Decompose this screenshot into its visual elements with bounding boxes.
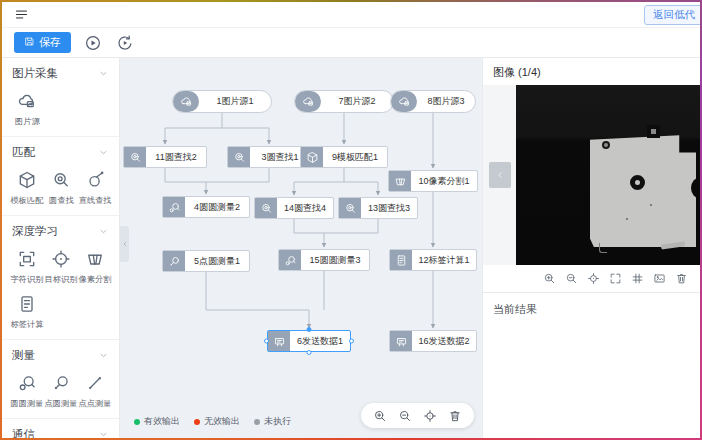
canvas-locate-button[interactable] <box>423 409 437 423</box>
flow-node[interactable]: 7图片源2 <box>294 90 394 113</box>
legend-label: 无效输出 <box>204 415 240 428</box>
flow-edges <box>120 58 482 437</box>
sidebar-item[interactable]: 目标识别 <box>44 249 78 286</box>
top-header: 返回低代 <box>2 2 700 28</box>
sidebar-item[interactable]: 像素分割 <box>78 249 112 286</box>
node-port-handle[interactable] <box>307 350 312 355</box>
node-label: 4圆圆测量2 <box>185 197 249 217</box>
cloud-image-icon <box>173 91 199 112</box>
image-grid-button[interactable] <box>631 272 644 285</box>
target-icon <box>51 249 71 269</box>
canvas-zoom-toolbar <box>361 403 474 428</box>
sidebar-section-items: 模板匹配圆查找直线查找 <box>2 164 119 209</box>
prev-image-button[interactable] <box>489 162 511 188</box>
sidebar-section: 深度学习字符识别目标识别像素分割标签计算 <box>2 216 119 340</box>
sidebar-section: 图片采集图片源 <box>2 58 119 137</box>
sidebar-item-label: 字符识别 <box>10 274 43 286</box>
sidebar-item[interactable]: 圆圆测量 <box>10 373 44 410</box>
image-zoom-in-button[interactable] <box>543 272 556 285</box>
circle-find-icon <box>255 198 277 218</box>
legend-item-valid: 有效输出 <box>134 415 180 428</box>
image-zoom-out-button[interactable] <box>565 272 578 285</box>
flow-canvas[interactable]: 有效输出无效输出未执行 1图片源17图片源28图片源311圆查找23圆查找19模… <box>120 58 482 438</box>
sidebar-section-items: 图片源 <box>2 85 119 130</box>
node-port-handle[interactable] <box>307 327 312 332</box>
current-result-header: 当前结果 <box>483 293 700 326</box>
sidebar-section-header[interactable]: 匹配 <box>2 137 119 164</box>
status-legend: 有效输出无效输出未执行 <box>134 415 291 428</box>
flow-node[interactable]: 3圆查找1 <box>227 146 311 168</box>
flow-node[interactable]: 16发送数据2 <box>389 330 477 352</box>
circle-find-icon <box>228 147 250 167</box>
canvas-trash-button[interactable] <box>448 409 462 423</box>
sidebar-item-label: 像素分割 <box>78 274 111 286</box>
right-panel: 图像 (1/4) <box>482 58 700 438</box>
flow-node[interactable]: 6发送数据1 <box>267 330 351 352</box>
menu-hamburger-icon[interactable] <box>14 7 29 22</box>
node-label: 11圆查找2 <box>146 147 206 167</box>
main-toolbar: 保存 <box>2 28 700 58</box>
sidebar-section-header[interactable]: 通信 <box>2 419 119 438</box>
sidebar-section-header[interactable]: 测量 <box>2 340 119 367</box>
image-trash-button[interactable] <box>675 272 688 285</box>
sidebar-item[interactable]: 模板匹配 <box>10 170 44 207</box>
canvas-zoom-in-button[interactable] <box>373 409 387 423</box>
return-lowcode-button[interactable]: 返回低代 <box>644 5 700 25</box>
image-fit-image-button[interactable] <box>653 272 666 285</box>
legend-item-invalid: 无效输出 <box>194 415 240 428</box>
sidebar-section-label: 通信 <box>12 427 35 438</box>
measure-pc-icon <box>51 373 71 393</box>
preview-hook <box>599 243 607 253</box>
run-loop-button[interactable] <box>115 33 135 53</box>
flow-node[interactable]: 9模板匹配1 <box>300 146 388 168</box>
cube-icon <box>301 147 323 167</box>
sidebar-item[interactable]: 点点测量 <box>78 373 112 410</box>
sidebar-item[interactable]: 标签计算 <box>10 294 44 331</box>
app-frame: 返回低代 保存 图片采集图片源匹配模板匹配圆查找直线查找深度学习字符识别目标识别… <box>0 0 702 440</box>
flow-node[interactable]: 12标签计算1 <box>389 249 477 271</box>
sidebar-section: 匹配模板匹配圆查找直线查找 <box>2 137 119 216</box>
flow-node[interactable]: 1图片源1 <box>172 90 272 113</box>
circle-find-icon <box>339 198 361 218</box>
sidebar-item-label: 圆圆测量 <box>10 398 43 410</box>
image-locate-button[interactable] <box>587 272 600 285</box>
sidebar-item[interactable]: 字符识别 <box>10 249 44 286</box>
run-button[interactable] <box>83 33 103 53</box>
flow-node[interactable]: 8图片源3 <box>390 90 476 113</box>
flow-node[interactable]: 15圆圆测量3 <box>278 249 370 271</box>
sidebar-item[interactable]: 点圆测量 <box>44 373 78 410</box>
sidebar-collapse-handle[interactable] <box>120 226 129 262</box>
preview-image <box>516 85 700 265</box>
sidebar-item[interactable]: 圆查找 <box>44 170 78 207</box>
node-port-handle[interactable] <box>264 339 269 344</box>
image-nav-strip <box>483 85 516 265</box>
chevron-down-icon <box>98 350 109 361</box>
sidebar-section-label: 匹配 <box>12 145 35 160</box>
image-fullscreen-button[interactable] <box>609 272 622 285</box>
node-label: 15圆圆测量3 <box>301 250 369 270</box>
flow-node[interactable]: 13圆查找3 <box>338 197 418 219</box>
sidebar-item[interactable]: 图片源 <box>10 91 44 128</box>
sidebar-section-header[interactable]: 深度学习 <box>2 216 119 243</box>
save-button[interactable]: 保存 <box>14 32 71 53</box>
node-label: 8图片源3 <box>417 91 475 112</box>
node-port-handle[interactable] <box>349 339 354 344</box>
sidebar-item[interactable]: 直线查找 <box>78 170 112 207</box>
doc-calc-icon <box>17 294 37 314</box>
flow-node[interactable]: 11圆查找2 <box>123 146 207 168</box>
cloud-image-icon <box>17 91 37 111</box>
flow-node[interactable]: 14圆查找4 <box>254 197 334 219</box>
flow-node[interactable]: 4圆圆测量2 <box>162 196 250 218</box>
sidebar-section-items: 字符识别目标识别像素分割标签计算 <box>2 243 119 333</box>
sidebar-item-label: 直线查找 <box>78 195 111 207</box>
flow-node[interactable]: 10像素分割1 <box>388 170 478 192</box>
sidebar-section-header[interactable]: 图片采集 <box>2 58 119 85</box>
sidebar-section-label: 图片采集 <box>12 66 58 81</box>
flow-node[interactable]: 5点圆测量1 <box>162 250 250 272</box>
chevron-down-icon <box>98 68 109 79</box>
ocr-icon <box>17 249 37 269</box>
node-label: 10像素分割1 <box>411 171 477 191</box>
node-label: 7图片源2 <box>321 91 393 112</box>
sidebar-section-label: 测量 <box>12 348 35 363</box>
canvas-zoom-out-button[interactable] <box>398 409 412 423</box>
